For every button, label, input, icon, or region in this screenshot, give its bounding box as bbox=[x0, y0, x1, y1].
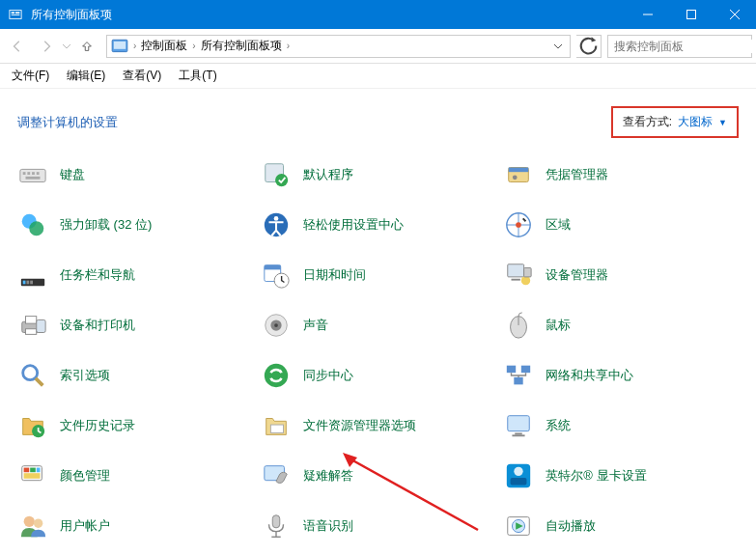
item-label: 索引选项 bbox=[60, 367, 110, 384]
item-speech-recognition[interactable]: 语音识别 bbox=[261, 511, 496, 541]
item-label: 默认程序 bbox=[303, 166, 353, 183]
item-label: 颜色管理 bbox=[60, 467, 110, 485]
item-label: 英特尔® 显卡设置 bbox=[546, 467, 646, 485]
item-keyboard[interactable]: 键盘 bbox=[17, 159, 253, 190]
back-button[interactable] bbox=[4, 33, 31, 60]
breadcrumb[interactable]: 所有控制面板项 bbox=[199, 38, 284, 54]
close-button[interactable] bbox=[713, 0, 756, 29]
item-label: 设备和打印机 bbox=[60, 317, 135, 334]
up-button[interactable] bbox=[73, 33, 100, 60]
svg-rect-9 bbox=[114, 41, 126, 48]
user-accounts-icon bbox=[17, 511, 48, 541]
item-ease-of-access[interactable]: 轻松使用设置中心 bbox=[261, 209, 496, 240]
item-label: 系统 bbox=[546, 417, 571, 434]
address-bar[interactable]: › 控制面板 › 所有控制面板项 › bbox=[106, 35, 571, 58]
chevron-down-icon: ▼ bbox=[718, 118, 727, 127]
item-label: 用户帐户 bbox=[60, 517, 110, 535]
breadcrumb[interactable]: 控制面板 bbox=[139, 38, 189, 54]
chevron-right-icon: › bbox=[189, 41, 198, 51]
svg-rect-13 bbox=[23, 172, 26, 175]
item-taskbar-navigation[interactable]: 任务栏和导航 bbox=[17, 260, 253, 291]
svg-rect-53 bbox=[521, 366, 530, 374]
intel-graphics-icon bbox=[503, 460, 534, 491]
item-device-manager[interactable]: 设备管理器 bbox=[503, 260, 739, 291]
svg-point-22 bbox=[513, 175, 518, 180]
item-label: 疑难解答 bbox=[303, 467, 353, 485]
item-force-uninstall[interactable]: 强力卸载 (32 位) bbox=[17, 209, 253, 240]
chevron-right-icon: › bbox=[284, 41, 293, 51]
svg-rect-52 bbox=[507, 366, 516, 374]
item-devices-printers[interactable]: 设备和打印机 bbox=[17, 310, 253, 341]
svg-rect-2 bbox=[15, 12, 19, 14]
item-troubleshooting[interactable]: 疑难解答 bbox=[261, 460, 496, 491]
item-region[interactable]: 区域 bbox=[503, 209, 739, 240]
menu-file[interactable]: 文件(F) bbox=[8, 66, 53, 86]
item-label: 鼠标 bbox=[546, 317, 571, 334]
refresh-button[interactable] bbox=[576, 35, 602, 58]
file-history-icon bbox=[17, 410, 48, 441]
item-date-time[interactable]: 日期和时间 bbox=[261, 260, 496, 291]
svg-rect-54 bbox=[515, 377, 523, 385]
item-sync-center[interactable]: 同步中心 bbox=[261, 360, 496, 391]
view-mode-highlight: 查看方式: 大图标 ▼ bbox=[611, 106, 739, 138]
force-uninstall-icon bbox=[17, 209, 48, 240]
date-time-icon bbox=[261, 260, 292, 291]
region-icon bbox=[503, 209, 534, 240]
item-intel-graphics[interactable]: 英特尔® 显卡设置 bbox=[503, 460, 739, 491]
address-dropdown[interactable] bbox=[548, 42, 568, 51]
devices-printers-icon bbox=[17, 310, 48, 341]
item-sound[interactable]: 声音 bbox=[261, 310, 496, 341]
item-system[interactable]: 系统 bbox=[503, 410, 739, 441]
search-box[interactable] bbox=[607, 35, 752, 58]
svg-rect-67 bbox=[511, 478, 527, 486]
svg-rect-61 bbox=[24, 468, 30, 473]
items-grid: 键盘 默认程序 凭据管理器 强力卸载 (32 位) 轻松使用设置中心 区域 任务… bbox=[17, 159, 739, 555]
svg-rect-16 bbox=[37, 172, 40, 175]
menu-tools[interactable]: 工具(T) bbox=[175, 66, 220, 86]
item-mouse[interactable]: 鼠标 bbox=[503, 310, 739, 341]
minimize-button[interactable] bbox=[626, 0, 669, 29]
item-label: 网络和共享中心 bbox=[546, 367, 633, 384]
item-default-programs[interactable]: 默认程序 bbox=[261, 159, 496, 190]
menu-edit[interactable]: 编辑(E) bbox=[63, 66, 109, 86]
svg-point-69 bbox=[24, 516, 35, 527]
svg-point-51 bbox=[264, 364, 287, 387]
default-programs-icon bbox=[261, 159, 292, 190]
item-label: 声音 bbox=[303, 317, 328, 334]
device-manager-icon bbox=[503, 260, 534, 291]
svg-rect-42 bbox=[26, 329, 37, 335]
item-color-management[interactable]: 颜色管理 bbox=[17, 460, 253, 491]
item-label: 强力卸载 (32 位) bbox=[60, 216, 152, 234]
item-indexing-options[interactable]: 索引选项 bbox=[17, 360, 253, 391]
svg-point-24 bbox=[29, 221, 43, 236]
forward-button[interactable] bbox=[33, 33, 60, 60]
svg-rect-59 bbox=[513, 434, 525, 436]
svg-point-46 bbox=[274, 323, 278, 327]
svg-rect-39 bbox=[524, 268, 532, 277]
svg-point-49 bbox=[23, 366, 38, 380]
search-input[interactable] bbox=[608, 40, 756, 53]
item-autoplay[interactable]: 自动播放 bbox=[503, 511, 739, 541]
item-explorer-options[interactable]: 文件资源管理器选项 bbox=[261, 410, 496, 441]
color-management-icon bbox=[17, 460, 48, 491]
view-mode-dropdown[interactable]: 大图标 bbox=[678, 114, 713, 130]
history-dropdown[interactable] bbox=[62, 33, 71, 60]
svg-rect-56 bbox=[270, 425, 283, 432]
sound-icon bbox=[261, 310, 292, 341]
control-panel-icon bbox=[111, 38, 128, 55]
item-network-sharing[interactable]: 网络和共享中心 bbox=[503, 360, 739, 391]
maximize-button[interactable] bbox=[669, 0, 713, 29]
item-file-history[interactable]: 文件历史记录 bbox=[17, 410, 253, 441]
svg-rect-3 bbox=[12, 14, 20, 15]
svg-rect-71 bbox=[272, 515, 280, 528]
item-label: 语音识别 bbox=[303, 517, 353, 535]
svg-point-70 bbox=[34, 519, 42, 528]
item-credential-manager[interactable]: 凭据管理器 bbox=[503, 159, 739, 190]
svg-rect-17 bbox=[26, 177, 41, 180]
sync-center-icon bbox=[261, 360, 292, 391]
svg-rect-5 bbox=[686, 11, 695, 19]
menu-view[interactable]: 查看(V) bbox=[119, 66, 165, 86]
item-label: 设备管理器 bbox=[546, 266, 608, 284]
item-user-accounts[interactable]: 用户帐户 bbox=[17, 511, 253, 541]
app-icon bbox=[8, 7, 23, 22]
